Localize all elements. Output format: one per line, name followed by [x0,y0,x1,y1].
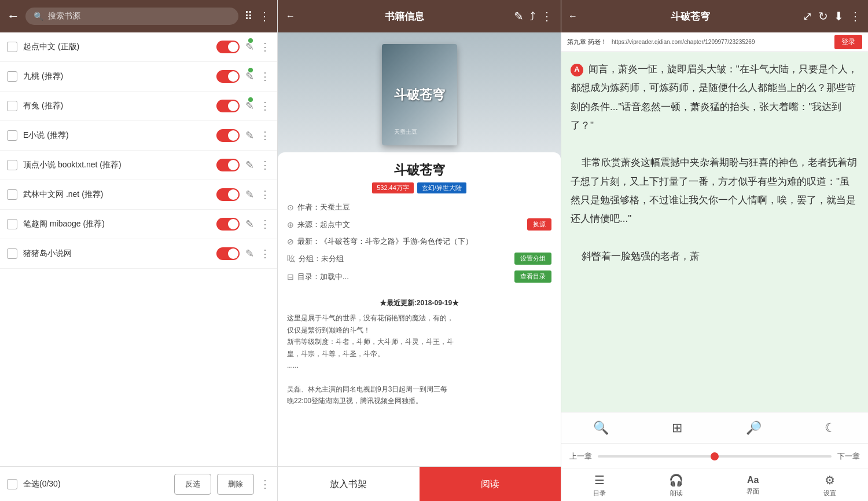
edit-icon[interactable]: ✎ [245,188,254,201]
book-description: ★最近更新:2018-09-19★ 这里是属于斗气的世界，没有花俏艳丽的魔法，有… [278,291,561,466]
sources-back-button[interactable]: ← [7,9,20,24]
toolbar-layout-icon[interactable]: ⊞ [672,420,682,436]
switch-source-button[interactable]: 换源 [527,218,551,231]
info-header: ← 书籍信息 ✎ ⤴ ⋮ [278,0,561,32]
source-checkbox[interactable] [7,42,17,52]
source-checkbox[interactable] [7,101,17,111]
reader-content[interactable]: A 闻言，萧炎一怔，旋即眉头大皱："在斗气大陆，只要是个人，都想成为炼药师，可炼… [561,52,868,412]
source-checkbox[interactable] [7,189,17,200]
source-name: 顶点小说 booktxt.net (推荐) [23,160,211,170]
word-count-tag: 532.44万字 [372,182,414,193]
toolbar-night-icon[interactable]: ☾ [825,420,836,436]
book-meta: ⊙ 作者：天蚕土豆 ⊕ 来源：起点中文 换源 ⊘ 最新：《斗破苍穹：斗帝之路》手… [278,193,561,291]
source-toggle[interactable] [216,70,240,83]
info-share-icon[interactable]: ⤴ [529,10,535,23]
chapter-label: 第九章 药老！ [567,38,607,46]
url-bar: 第九章 药老！ https://vipreader.qidian.com/cha… [561,32,868,52]
fullscreen-icon[interactable]: ⤢ [803,9,812,23]
desc-line5: ...... [287,360,551,371]
delete-button[interactable]: 删除 [217,474,254,495]
next-chapter-button[interactable]: 下一章 [837,451,860,462]
reader-back-button[interactable]: ← [568,11,578,21]
item-more-icon[interactable]: ⋮ [260,188,270,201]
book-main-title: 斗破苍穹 [287,162,551,179]
sources-header: ← 🔍 搜索书源 ⠿ ⋮ [0,0,277,32]
sources-panel: ← 🔍 搜索书源 ⠿ ⋮ 起点中文 (正版) ✎ ⋮ 九桃 (推荐) ✎ ⋮ 有… [0,0,278,501]
desc-line7: 晚22:00登陆湖南卫视，腾讯视频全网独播。 [287,395,551,407]
info-back-button[interactable]: ← [286,11,295,21]
source-toggle[interactable] [216,159,240,171]
source-toggle[interactable] [216,100,240,112]
list-item: 猪猪岛小说网 ✎ ⋮ [0,239,277,269]
content-paragraph-1: A 闻言，萧炎一怔，旋即眉头大皱："在斗气大陆，只要是个人，都想成为炼药师，可炼… [571,60,859,135]
item-more-icon[interactable]: ⋮ [260,247,270,260]
source-checkbox[interactable] [7,130,17,141]
source-toggle[interactable] [216,247,240,260]
reader-more-icon[interactable]: ⋮ [849,9,861,23]
url-text: https://vipreader.qidian.com/chapter/120… [612,39,830,45]
add-to-shelf-button[interactable]: 放入书架 [278,467,420,501]
edit-icon[interactable]: ✎ [245,129,254,142]
select-all-checkbox[interactable] [7,479,17,489]
item-more-icon[interactable]: ⋮ [260,41,270,53]
listen-nav-label: 朗读 [670,489,683,498]
book-cover-section: 斗破苍穹 天蚕土豆 斗破苍穹 532.44万字 玄幻/异世大陆 [278,32,561,193]
source-toggle[interactable] [216,41,240,53]
list-item: E小说 (推荐) ✎ ⋮ [0,121,277,151]
online-dot [248,97,253,102]
item-more-icon[interactable]: ⋮ [260,70,270,83]
prev-chapter-button[interactable]: 上一章 [569,451,592,462]
reader-nav-bar: ☰ 目录 🎧 朗读 Aa 界面 ⚙ 设置 [561,469,868,501]
footer-more-icon[interactable]: ⋮ [260,478,270,491]
nav-tab-catalog[interactable]: ☰ 目录 [561,471,638,500]
nav-tab-settings[interactable]: ⚙ 设置 [792,471,869,500]
source-name: 有兔 (推荐) [23,101,211,111]
sources-more-icon[interactable]: ⋮ [259,9,270,23]
list-item: 武林中文网 .net (推荐) ✎ ⋮ [0,180,277,210]
edit-icon[interactable]: ✎ [245,247,254,260]
latest-icon: ⊘ [287,237,294,246]
info-title: 书籍信息 [301,10,508,23]
progress-track[interactable] [598,455,832,458]
item-more-icon[interactable]: ⋮ [260,129,270,142]
invert-selection-button[interactable]: 反选 [174,474,211,495]
source-toggle[interactable] [216,188,240,201]
source-toggle[interactable] [216,129,240,142]
group-row: 吆 分组：未分组 设置分组 [287,250,551,268]
info-more-icon[interactable]: ⋮ [541,9,553,23]
source-checkbox[interactable] [7,160,17,170]
sources-search-bar[interactable]: 🔍 搜索书源 [25,8,238,25]
item-more-icon[interactable]: ⋮ [260,218,270,231]
source-checkbox[interactable] [7,219,17,229]
edit-icon[interactable]: ✎ [245,218,254,231]
view-catalog-button[interactable]: 查看目录 [514,270,551,283]
source-icon: ⊕ [287,220,294,229]
interface-nav-icon: Aa [747,475,759,485]
set-group-button[interactable]: 设置分组 [514,253,551,265]
source-name: E小说 (推荐) [23,130,211,141]
edit-icon[interactable]: ✎ [245,159,254,171]
refresh-icon[interactable]: ↻ [818,9,828,23]
book-cover-image: 斗破苍穹 天蚕土豆 [382,44,457,145]
qr-icon[interactable]: ⠿ [244,9,253,23]
download-icon[interactable]: ⬇ [834,9,844,23]
search-icon: 🔍 [34,12,43,21]
read-button[interactable]: 阅读 [420,467,561,501]
source-checkbox[interactable] [7,71,17,82]
nav-tab-listen[interactable]: 🎧 朗读 [638,471,715,500]
source-row: ⊕ 来源：起点中文 换源 [287,215,551,233]
list-item: 有兔 (推荐) ✎ ⋮ [0,92,277,121]
info-edit-icon[interactable]: ✎ [514,9,524,23]
item-more-icon[interactable]: ⋮ [260,100,270,112]
nav-tab-interface[interactable]: Aa 界面 [715,473,792,498]
group-icon: 吆 [287,254,295,264]
toolbar-zoom-icon[interactable]: 🔎 [746,420,762,436]
author-label: 作者：天蚕土豆 [297,202,551,213]
login-button[interactable]: 登录 [834,35,862,49]
toolbar-search-icon[interactable]: 🔍 [593,420,609,436]
list-item: 九桃 (推荐) ✎ ⋮ [0,62,277,92]
source-toggle[interactable] [216,218,240,231]
source-checkbox[interactable] [7,248,17,259]
item-more-icon[interactable]: ⋮ [260,159,270,171]
online-dot [248,68,253,72]
